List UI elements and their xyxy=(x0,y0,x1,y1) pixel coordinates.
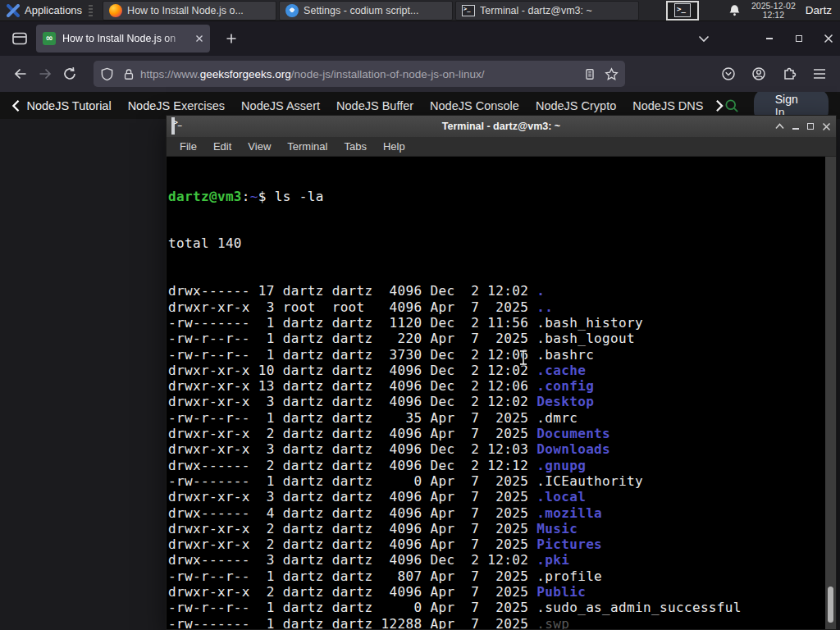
url-bar[interactable]: https://www.geeksforgeeks.org/node-js/in… xyxy=(94,61,625,87)
prompt-user-host: dartz@vm3 xyxy=(168,189,242,204)
nav-item-nodejs-assert[interactable]: NodeJS Assert xyxy=(241,99,320,112)
terminal-menu-file[interactable]: File xyxy=(167,140,205,153)
applications-menu-label: Applications xyxy=(25,4,82,16)
terminal-total-line: total 140 xyxy=(168,235,836,251)
forward-button[interactable] xyxy=(33,62,57,86)
terminal-menu-terminal[interactable]: Terminal xyxy=(279,140,336,153)
taskbar-button[interactable]: Terminal - dartz@vm3: ~ xyxy=(455,1,639,21)
applications-menu[interactable]: Applications xyxy=(0,0,99,21)
file-name: .bashrc xyxy=(536,347,594,363)
terminal-listing: drwx------ 17 dartz dartz 4096 Dec 2 12:… xyxy=(168,283,836,629)
terminal-output-line: drwxr-xr-x 3 dartz dartz 4096 Apr 7 2025… xyxy=(168,489,836,504)
applications-menu-icon xyxy=(7,4,20,17)
firefox-icon xyxy=(109,4,122,17)
panel-user-name[interactable]: Dartz xyxy=(806,4,832,16)
terminal-output-line: drwxr-xr-x 10 dartz dartz 4096 Dec 2 12:… xyxy=(168,363,836,378)
terminal-output-line: -rw-r--r-- 1 dartz dartz 220 Apr 7 2025 … xyxy=(168,331,836,346)
nav-item-nodejs-tutorial[interactable]: NodeJS Tutorial xyxy=(26,99,111,112)
file-name: Desktop xyxy=(536,394,594,409)
file-name: . xyxy=(536,283,545,299)
list-all-tabs-button[interactable] xyxy=(692,27,715,50)
file-name: .ICEauthority xyxy=(536,473,643,489)
file-name: .local xyxy=(536,489,586,504)
terminal-output-line: drwxr-xr-x 3 root root 4096 Apr 7 2025 .… xyxy=(168,299,836,315)
clock-time: 12:12 xyxy=(751,11,796,20)
terminal-menu-view[interactable]: View xyxy=(240,140,279,153)
terminal-output-line: -rw------- 1 dartz dartz 0 Apr 7 2025 .I… xyxy=(168,473,836,489)
terminal-window: Terminal - dartz@vm3: ~ FileEditViewTerm… xyxy=(166,115,837,630)
file-name: .sudo_as_admin_successful xyxy=(536,600,742,615)
prompt-command: ls -la xyxy=(267,189,324,204)
terminal-icon xyxy=(462,5,475,16)
nav-item-nodejs-console[interactable]: NodeJS Console xyxy=(430,99,519,112)
bookmark-star-icon[interactable] xyxy=(605,67,619,81)
account-icon[interactable] xyxy=(746,62,771,86)
terminal-icon xyxy=(674,3,691,17)
terminal-output-line: -rw-r--r-- 1 dartz dartz 0 Apr 7 2025 .s… xyxy=(168,600,836,615)
tab-close-icon[interactable] xyxy=(195,34,203,43)
file-name: Music xyxy=(536,521,578,536)
url-text[interactable]: https://www.geeksforgeeks.org/node-js/in… xyxy=(140,68,583,80)
terminal-menu-tabs[interactable]: Tabs xyxy=(336,140,374,153)
nav-item-nodejs-exercises[interactable]: NodeJS Exercises xyxy=(128,99,225,112)
reader-view-icon[interactable] xyxy=(583,67,596,81)
nav-scroll-right-icon[interactable] xyxy=(715,99,724,112)
terminal-output-line: drwxr-xr-x 3 dartz dartz 4096 Dec 2 12:0… xyxy=(168,441,836,457)
geeksforgeeks-favicon: ∞ xyxy=(43,32,56,45)
nav-item-nodejs-dns[interactable]: NodeJS DNS xyxy=(632,99,703,112)
file-name: .profile xyxy=(536,568,602,584)
terminal-output-line: drwxr-xr-x 2 dartz dartz 4096 Apr 7 2025… xyxy=(168,536,836,552)
back-button[interactable] xyxy=(8,62,33,86)
terminal-output-line: -rw-r--r-- 1 dartz dartz 807 Apr 7 2025 … xyxy=(168,568,836,584)
terminal-output-line: drwx------ 17 dartz dartz 4096 Dec 2 12:… xyxy=(168,283,836,299)
terminal-output-line: drwxr-xr-x 3 dartz dartz 4096 Dec 2 12:0… xyxy=(168,394,836,409)
file-name: .. xyxy=(536,299,553,315)
terminal-output-line: drwxr-xr-x 2 dartz dartz 4096 Apr 7 2025… xyxy=(168,426,836,441)
terminal-title-bar[interactable]: Terminal - dartz@vm3: ~ xyxy=(167,116,836,137)
terminal-menu-edit[interactable]: Edit xyxy=(205,140,240,153)
panel-separator xyxy=(89,5,93,16)
firefox-view-icon[interactable] xyxy=(11,31,28,46)
maximize-window-icon[interactable] xyxy=(807,123,814,130)
file-name: .gnupg xyxy=(536,458,586,473)
url-prefix: https://www. xyxy=(140,68,200,80)
close-window-icon[interactable] xyxy=(822,122,831,131)
window-close-button[interactable] xyxy=(817,27,840,50)
tray-terminal-icon[interactable] xyxy=(666,1,699,21)
file-name: .mozilla xyxy=(536,505,602,521)
minimize-window-icon[interactable] xyxy=(792,128,799,130)
search-icon[interactable] xyxy=(724,98,739,114)
terminal-window-title: Terminal - dartz@vm3: ~ xyxy=(167,121,836,132)
gfg-nav-links: NodeJS TutorialNodeJS ExercisesNodeJS As… xyxy=(26,99,714,112)
terminal-content[interactable]: dartz@vm3:~$ ls -la total 140 drwx------… xyxy=(167,157,836,629)
nav-item-nodejs-crypto[interactable]: NodeJS Crypto xyxy=(536,99,616,112)
terminal-output-line: -rw------- 1 dartz dartz 1120 Dec 2 11:5… xyxy=(168,315,836,331)
shade-window-icon[interactable] xyxy=(775,123,784,130)
notification-bell-icon[interactable] xyxy=(728,3,742,17)
pocket-icon[interactable] xyxy=(716,62,741,86)
reload-button[interactable] xyxy=(57,62,82,86)
file-name: .config xyxy=(536,378,594,394)
scrollbar-thumb[interactable] xyxy=(828,587,833,623)
terminal-scrollbar[interactable] xyxy=(825,157,836,629)
tracking-protection-shield-icon[interactable] xyxy=(100,67,114,81)
tab-title: How to Install Node.js on xyxy=(62,33,189,44)
panel-status-area: 2025-12-02 12:12 Dartz xyxy=(728,0,840,21)
new-tab-button[interactable] xyxy=(220,27,243,50)
browser-tab-bar: ∞ How to Install Node.js on xyxy=(0,21,840,56)
terminal-output-line: drwxr-xr-x 2 dartz dartz 4096 Apr 7 2025… xyxy=(168,584,836,600)
nav-scroll-left-icon[interactable] xyxy=(11,99,20,112)
menu-hamburger-icon[interactable] xyxy=(807,62,832,86)
browser-tab[interactable]: ∞ How to Install Node.js on xyxy=(36,25,210,52)
taskbar-button[interactable]: Settings - codium script... xyxy=(279,1,453,21)
window-maximize-button[interactable] xyxy=(788,27,810,50)
taskbar-button[interactable]: How to Install Node.js o... xyxy=(103,1,276,21)
panel-clock[interactable]: 2025-12-02 12:12 xyxy=(751,2,796,20)
window-minimize-button[interactable] xyxy=(758,27,781,50)
taskbar-button-label: Terminal - dartz@vm3: ~ xyxy=(480,5,592,16)
mouse-ibeam-cursor xyxy=(518,349,528,366)
terminal-menu-help[interactable]: Help xyxy=(375,140,413,153)
lock-icon[interactable] xyxy=(122,67,135,81)
extensions-icon[interactable] xyxy=(777,62,801,86)
nav-item-nodejs-buffer[interactable]: NodeJS Buffer xyxy=(336,99,413,112)
